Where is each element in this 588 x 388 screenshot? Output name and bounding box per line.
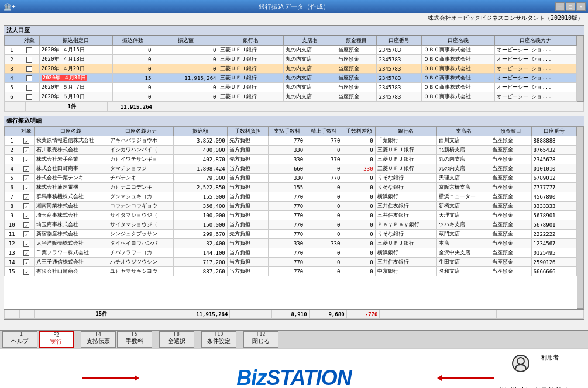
svg-point-0 xyxy=(517,358,524,365)
lower-row-kana: チバフラワー（カ xyxy=(108,248,174,258)
lower-row-calc-fee: 0 xyxy=(305,202,342,211)
upper-row-kana: オービーシー ショ... xyxy=(494,92,576,102)
upper-count: 1件 xyxy=(26,102,78,112)
lower-row-calc-fee: 0 xyxy=(305,258,342,267)
fkey-f1[interactable]: F1ヘルプ xyxy=(2,331,37,348)
lower-col-pay-fee: 支払手数料 xyxy=(269,127,305,136)
lower-row-branch: 横浜ニューター xyxy=(437,192,490,202)
upper-row-check[interactable] xyxy=(19,46,40,55)
upper-row-kana: オービーシー ショ... xyxy=(494,74,576,83)
lower-row-pay-fee: 330 xyxy=(269,155,305,164)
upper-row-name: ＯＢＣ商事株式会社 xyxy=(421,55,494,64)
upper-row-check[interactable] xyxy=(19,83,40,92)
lower-row-name: 株式会社液速電機 xyxy=(34,183,108,192)
lower-row-diff: 0 xyxy=(342,267,375,276)
lower-row-check[interactable] xyxy=(19,146,34,155)
lower-row-pay-fee: 770 xyxy=(269,136,305,146)
lower-row-num: 1 xyxy=(5,136,19,146)
lower-row-bank: ＰａｙＰａｙ銀行 xyxy=(375,220,436,230)
fkey-f4[interactable]: F4支払伝票 xyxy=(81,331,116,348)
lower-row-acct: 6789012 xyxy=(531,174,576,183)
lower-row-kana: イシカワハンバイ（ xyxy=(108,146,174,155)
lower-table-row: 3 株式会社岩手産業 カ）イワテサンギョ 402,870 先方負担 330 77… xyxy=(5,155,577,164)
fkey-f10[interactable]: F10条件設定 xyxy=(201,331,236,348)
lower-row-check[interactable] xyxy=(19,174,34,183)
lower-total-amount: 11,915,264 xyxy=(176,309,229,319)
lower-row-acct: 0101010 xyxy=(531,164,576,174)
lower-row-charge-type: 先方負担 xyxy=(227,136,268,146)
lower-row-check[interactable] xyxy=(19,183,34,192)
upper-row-acct: 2345783 xyxy=(377,64,421,74)
lower-row-check[interactable] xyxy=(19,164,34,174)
lower-row-check[interactable] xyxy=(19,211,34,220)
lower-row-bank: 三菱ＵＦＪ銀行 xyxy=(375,155,436,164)
lower-row-check[interactable] xyxy=(19,155,34,164)
lower-row-diff: 0 xyxy=(342,174,375,183)
upper-row-bank: 三菱ＵＦＪ銀行 xyxy=(218,64,283,74)
upper-row-kana: オービーシー ショ... xyxy=(494,46,576,55)
upper-row-check[interactable] xyxy=(19,55,40,64)
lower-row-charge-type: 当方負担 xyxy=(227,220,268,230)
lower-row-check[interactable] xyxy=(19,136,34,146)
lower-row-type: 当座預金 xyxy=(490,136,531,146)
lower-row-amount: 155,000 xyxy=(174,192,227,202)
lower-row-calc-fee: 0 xyxy=(305,183,342,192)
lower-row-check[interactable] xyxy=(19,192,34,202)
upper-col-branch: 支店名 xyxy=(283,36,336,46)
upper-table: 対象 振込指定日 振込件数 振込額 銀行名 支店名 預金種目 口座番号 口座名義… xyxy=(4,36,577,102)
upper-col-bank: 銀行名 xyxy=(218,36,283,46)
lower-row-branch: 新橋支店 xyxy=(437,202,490,211)
lower-row-amount: 1,808,424 xyxy=(174,164,227,174)
lower-row-branch: 京阪京橋支店 xyxy=(437,183,490,192)
lower-row-charge-type: 当方負担 xyxy=(227,267,268,276)
lower-row-check[interactable] xyxy=(19,239,34,248)
upper-row-name: ＯＢＣ商事株式会社 xyxy=(421,64,494,74)
upper-total-amount: 11,915,264 xyxy=(108,102,154,112)
titlebar-controls[interactable]: ─ □ × xyxy=(555,2,586,11)
lower-row-check[interactable] xyxy=(19,258,34,267)
lower-row-name: 群馬事務機株式会社 xyxy=(34,192,108,202)
lower-row-check[interactable] xyxy=(19,220,34,230)
lower-row-kana: タイヘイヨウハンバ xyxy=(108,239,174,248)
lower-row-kana: タマチショウジ xyxy=(108,164,174,174)
upper-row-check[interactable] xyxy=(19,92,40,102)
lower-row-charge-type: 当方負担 xyxy=(227,202,268,211)
lower-row-amount: 400,000 xyxy=(174,146,227,155)
upper-row-amount: 0 xyxy=(153,64,218,74)
lower-row-pay-fee: 770 xyxy=(269,220,305,230)
fkey-f12[interactable]: F12閉じる xyxy=(243,331,278,348)
lower-row-charge-type: 当方負担 xyxy=(227,192,268,202)
upper-row-check[interactable] xyxy=(19,74,40,83)
lower-row-charge-type: 当方負担 xyxy=(227,174,268,183)
lower-row-num: 13 xyxy=(5,248,19,258)
funckey-bar: F1ヘルプF2実行F4支払伝票F5手数料F8全選択F10条件設定F12閉じる xyxy=(0,330,588,348)
right-bottom-label: BizStationにログインし 振込承認を実施 xyxy=(500,386,570,388)
lower-row-type: 当座預金 xyxy=(490,211,531,220)
lower-row-check[interactable] xyxy=(19,248,34,258)
fkey-f5[interactable]: F5手数料 xyxy=(117,331,152,348)
upper-row-amount: 0 xyxy=(153,92,218,102)
fkey-f8[interactable]: F8全選択 xyxy=(159,331,194,348)
close-button[interactable]: × xyxy=(576,2,586,11)
lower-row-branch: 天理支店 xyxy=(437,174,490,183)
fkey-f2[interactable]: F2実行 xyxy=(39,331,74,348)
lower-row-acct: 1234567 xyxy=(531,239,576,248)
minimize-button[interactable]: ─ xyxy=(555,2,565,11)
lower-row-diff: 0 xyxy=(342,192,375,202)
restore-button[interactable]: □ xyxy=(566,2,575,11)
lower-row-pay-fee: 770 xyxy=(269,258,305,267)
lower-row-name: 湘南同業株式会社 xyxy=(34,202,108,211)
upper-row-count: 0 xyxy=(112,64,153,74)
lower-row-type: 当座預金 xyxy=(490,192,531,202)
lower-row-calc-fee: 770 xyxy=(305,136,342,146)
upper-row-check[interactable] xyxy=(19,64,40,74)
lower-row-check[interactable] xyxy=(19,202,34,211)
lower-col-amount: 振込額 xyxy=(174,127,227,136)
lower-row-bank: 三井住友銀行 xyxy=(375,202,436,211)
lower-row-check[interactable] xyxy=(19,267,34,276)
upper-section: 法人口座 対象 振込指定日 振込件数 振込額 銀行名 支店名 xyxy=(4,25,584,112)
lower-col-acct: 口座番号 xyxy=(531,127,576,136)
lower-row-acct: 6666666 xyxy=(531,267,576,276)
lower-row-bank: 三井住友銀行 xyxy=(375,211,436,220)
lower-row-check[interactable] xyxy=(19,230,34,239)
